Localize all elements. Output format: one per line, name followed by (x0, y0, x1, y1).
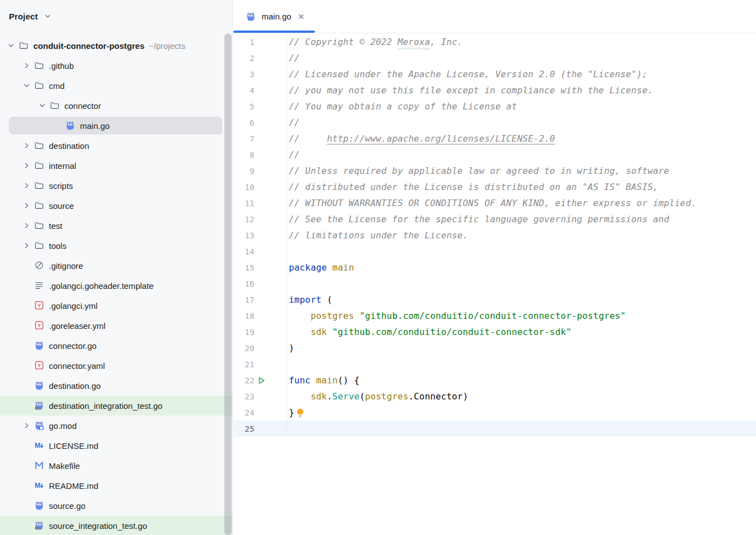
code-line-17[interactable]: 17import ( (233, 292, 756, 308)
chevron-down-icon[interactable] (7, 41, 16, 50)
tree-item-test[interactable]: test (0, 216, 233, 236)
code-text: // WITHOUT WARRANTIES OR CONDITIONS OF A… (287, 198, 697, 208)
code-editor[interactable]: 1// Copyright © 2022 Meroxa, Inc.2//3// … (233, 33, 756, 535)
code-line-11[interactable]: 11// WITHOUT WARRANTIES OR CONDITIONS OF… (233, 195, 756, 211)
chevron-spacer (22, 521, 31, 530)
code-line-20[interactable]: 20) (233, 340, 756, 356)
line-number: 17 (233, 296, 254, 304)
tab-main-go[interactable]: main.go × (233, 0, 315, 33)
tree-item-connector-go[interactable]: connector.go (0, 336, 233, 356)
tree-item-destination-go[interactable]: destination.go (0, 376, 233, 396)
line-number: 20 (233, 344, 254, 353)
line-number: 22 (233, 376, 254, 385)
tree-item-internal[interactable]: internal (0, 156, 233, 176)
project-scrollbar-thumb[interactable] (224, 33, 232, 535)
tree-item-label: connector.yaml (49, 361, 105, 371)
chevron-right-icon[interactable] (22, 161, 31, 170)
code-text: // Licensed under the Apache License, Ve… (287, 69, 648, 79)
tree-item-gitignore[interactable]: .gitignore (0, 256, 233, 276)
code-line-4[interactable]: 4// you may not use this file except in … (233, 82, 756, 98)
gutter: 5 (233, 98, 287, 114)
tree-item-main-go[interactable]: main.go (0, 116, 233, 136)
intention-bulb-icon[interactable] (295, 407, 306, 418)
tree-item-label: test (49, 221, 62, 231)
code-line-8[interactable]: 8// (233, 147, 756, 163)
code-line-5[interactable]: 5// You may obtain a copy of the License… (233, 98, 756, 114)
gutter: 4 (233, 82, 287, 98)
tree-item-destination-integration-test-go[interactable]: destination_integration_test.go (0, 396, 233, 416)
code-line-21[interactable]: 21 (233, 356, 756, 372)
tree-item-goreleaser-yml[interactable]: Y.goreleaser.yml (0, 316, 233, 336)
line-number: 24 (233, 408, 254, 417)
folder-icon (34, 241, 44, 251)
code-line-13[interactable]: 13// limitations under the License. (233, 227, 756, 243)
chevron-right-icon[interactable] (22, 421, 31, 430)
tree-item-source[interactable]: source (0, 196, 233, 216)
code-line-12[interactable]: 12// See the License for the specific la… (233, 211, 756, 227)
code-line-10[interactable]: 10// distributed under the License is di… (233, 179, 756, 195)
ide-window: Project conduit-connector-postgres~/proj… (0, 0, 756, 535)
chevron-right-icon[interactable] (22, 181, 31, 190)
code-text: // (287, 53, 300, 63)
gutter: 16 (233, 276, 287, 292)
tree-item-connector-yaml[interactable]: Yconnector.yaml (0, 356, 233, 376)
project-tool-window-title[interactable]: Project (9, 12, 38, 21)
code-line-7[interactable]: 7// http://www.apache.org/licenses/LICEN… (233, 131, 756, 147)
code-line-25[interactable]: 25 (233, 421, 756, 437)
tree-item-cmd[interactable]: cmd (0, 76, 233, 96)
code-line-23[interactable]: 23 sdk.Serve(postgres.Connector) (233, 388, 756, 404)
tree-item-source-go[interactable]: source.go (0, 496, 233, 516)
code-line-2[interactable]: 2// (233, 50, 756, 66)
tree-item-label: connector (64, 101, 101, 111)
code-line-15[interactable]: 15package main (233, 259, 756, 276)
chevron-right-icon[interactable] (22, 201, 31, 210)
tree-item-conduit-connector-postgres[interactable]: conduit-connector-postgres~/projects (0, 36, 233, 56)
code-line-16[interactable]: 16 (233, 276, 756, 292)
tree-item-license-md[interactable]: MLICENSE.md (0, 436, 233, 456)
code-line-1[interactable]: 1// Copyright © 2022 Meroxa, Inc. (233, 34, 756, 50)
run-main-icon[interactable] (257, 376, 266, 385)
code-line-22[interactable]: 22func main() { (233, 372, 756, 388)
code-line-24[interactable]: 24} (233, 404, 756, 421)
chevron-right-icon[interactable] (22, 141, 31, 150)
tree-item-golangci-goheader-template[interactable]: .golangci.goheader.template (0, 276, 233, 296)
chevron-right-icon[interactable] (22, 221, 31, 230)
chevron-right-icon[interactable] (22, 61, 31, 70)
close-tab-icon[interactable]: × (298, 11, 304, 22)
tree-item-scripts[interactable]: scripts (0, 176, 233, 196)
gutter: 10 (233, 179, 287, 195)
code-line-18[interactable]: 18 postgres "github.com/conduitio/condui… (233, 308, 756, 324)
code-text: ) (287, 343, 294, 353)
go-icon (34, 341, 44, 351)
tree-item-label: .golangci.goheader.template (49, 281, 153, 291)
chevron-right-icon[interactable] (22, 241, 31, 250)
go-icon (34, 381, 44, 391)
tree-item-makefile[interactable]: Makefile (0, 456, 233, 476)
tree-item-github[interactable]: .github (0, 56, 233, 76)
gutter: 22 (233, 372, 287, 388)
tree-item-go-mod[interactable]: go.mod (0, 416, 233, 436)
tree-item-golangci-yml[interactable]: Y.golangci.yml (0, 296, 233, 316)
tree-item-connector[interactable]: connector (0, 96, 233, 116)
code-line-3[interactable]: 3// Licensed under the Apache License, V… (233, 66, 756, 82)
code-text: // Unless required by applicable law or … (287, 166, 669, 176)
tree-item-readme-md[interactable]: MREADME.md (0, 476, 233, 496)
chevron-spacer (22, 321, 31, 330)
tree-item-label: .gitignore (49, 261, 83, 271)
tree-item-destination[interactable]: destination (0, 136, 233, 156)
code-line-6[interactable]: 6// (233, 114, 756, 131)
line-number: 23 (233, 392, 254, 401)
chevron-down-icon[interactable] (38, 101, 47, 110)
chevron-down-icon[interactable] (22, 81, 31, 90)
code-line-19[interactable]: 19 sdk "github.com/conduitio/conduit-con… (233, 324, 756, 340)
go-test-icon (34, 521, 44, 531)
code-line-9[interactable]: 9// Unless required by applicable law or… (233, 163, 756, 179)
tree-item-label: go.mod (49, 421, 77, 431)
tree-item-tools[interactable]: tools (0, 236, 233, 256)
chevron-down-icon[interactable] (43, 12, 52, 21)
go-file-icon (246, 12, 256, 22)
code-text: import ( (287, 294, 332, 305)
code-line-14[interactable]: 14 (233, 243, 756, 259)
tree-item-label: .golangci.yml (49, 301, 98, 311)
tree-item-source-integration-test-go[interactable]: source_integration_test.go (0, 516, 233, 535)
